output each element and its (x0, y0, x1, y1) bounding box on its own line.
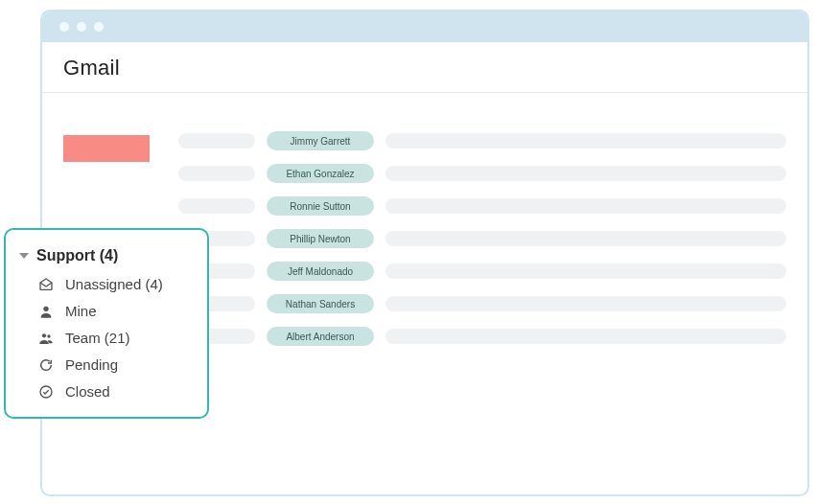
user-icon (38, 304, 54, 319)
folder-item-label: Unassigned (4) (65, 276, 163, 292)
row-subject-placeholder (385, 133, 786, 149)
sender-tag[interactable]: Jimmy Garrett (267, 131, 374, 150)
app-header: Gmail (42, 42, 807, 93)
folder-item-team[interactable]: Team (21) (38, 330, 192, 346)
email-row[interactable]: Albert Anderson (178, 327, 786, 346)
email-row[interactable]: Ethan Gonzalez (178, 164, 786, 183)
popup-header[interactable]: Support (4) (19, 247, 192, 264)
folder-item-unassigned[interactable]: Unassigned (4) (38, 276, 192, 292)
folder-list: Unassigned (4) Mine Team (21) (19, 276, 192, 400)
sender-tag[interactable]: Ronnie Sutton (267, 196, 374, 216)
sender-tag[interactable]: Phillip Newton (267, 229, 374, 248)
svg-point-2 (47, 334, 50, 337)
sender-tag[interactable]: Nathan Sanders (267, 294, 374, 313)
folder-item-label: Mine (65, 303, 97, 319)
row-meta-placeholder (178, 166, 255, 181)
email-row[interactable]: Ronnie Sutton (178, 196, 786, 216)
sender-tag[interactable]: Albert Anderson (267, 327, 374, 346)
check-circle-icon (38, 384, 54, 400)
row-subject-placeholder (385, 263, 786, 279)
folder-item-pending[interactable]: Pending (38, 356, 192, 373)
caret-down-icon (19, 253, 29, 259)
support-folder-popup: Support (4) Unassigned (4) Mine (4, 228, 209, 419)
row-subject-placeholder (385, 231, 786, 246)
row-subject-placeholder (385, 198, 786, 214)
svg-point-3 (40, 386, 52, 398)
email-row[interactable]: Phillip Newton (178, 229, 786, 248)
window-titlebar (42, 11, 807, 42)
app-title: Gmail (63, 56, 786, 80)
svg-point-0 (43, 306, 48, 310)
sender-tag[interactable]: Ethan Gonzalez (267, 164, 374, 183)
window-control-dot[interactable] (77, 22, 86, 32)
folder-item-closed[interactable]: Closed (38, 383, 192, 400)
folder-item-mine[interactable]: Mine (38, 303, 192, 319)
folder-item-label: Team (21) (65, 330, 130, 346)
window-control-dot[interactable] (59, 22, 69, 32)
window-control-dot[interactable] (94, 22, 104, 32)
folder-item-label: Closed (65, 383, 110, 400)
email-row[interactable]: Nathan Sanders (178, 294, 786, 313)
row-subject-placeholder (385, 296, 786, 311)
email-row[interactable]: Jeff Maldonado (178, 262, 786, 281)
email-row[interactable]: Jimmy Garrett (178, 131, 786, 150)
svg-point-1 (42, 333, 46, 337)
popup-title: Support (4) (36, 247, 118, 264)
refresh-icon (38, 357, 54, 373)
row-meta-placeholder (178, 198, 255, 214)
sender-tag[interactable]: Jeff Maldonado (267, 262, 374, 281)
row-subject-placeholder (385, 329, 786, 344)
users-icon (38, 331, 54, 346)
compose-button[interactable] (63, 135, 150, 162)
folder-item-label: Pending (65, 356, 118, 373)
envelope-open-icon (38, 277, 54, 292)
row-meta-placeholder (178, 133, 255, 149)
email-list: Jimmy Garrett Ethan Gonzalez Ronnie Sutt… (178, 131, 786, 346)
row-subject-placeholder (385, 166, 786, 181)
